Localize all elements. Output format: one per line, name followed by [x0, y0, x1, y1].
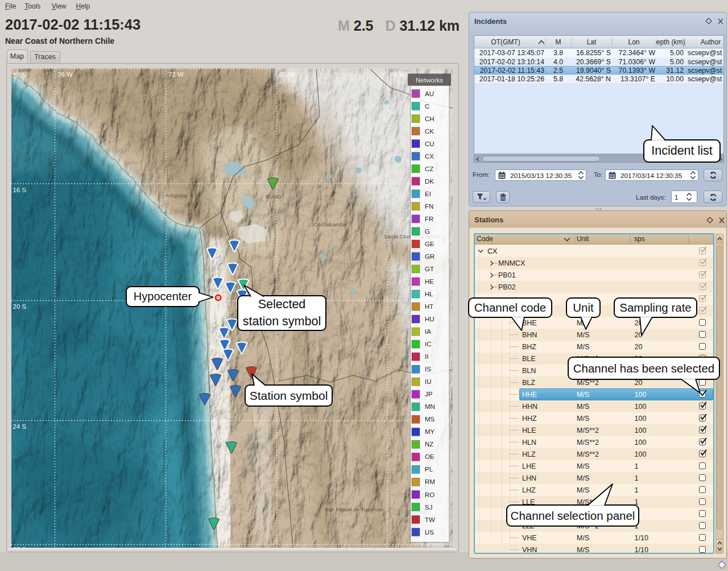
svg-text:El Alto: El Alto: [266, 193, 281, 200]
svg-text:HU: HU: [425, 316, 435, 322]
svg-text:76 W: 76 W: [57, 71, 73, 77]
svg-text:C: C: [425, 102, 429, 109]
svg-text:IC: IC: [425, 341, 432, 347]
svg-text:AU: AU: [425, 90, 434, 97]
svg-text:CX: CX: [425, 152, 434, 159]
svg-text:SJ: SJ: [425, 503, 432, 510]
svg-text:San Miguel de Tucumán: San Miguel de Tucumán: [325, 506, 383, 512]
svg-text:CK: CK: [425, 127, 434, 134]
svg-text:MY: MY: [425, 428, 435, 435]
svg-text:IA: IA: [425, 328, 431, 335]
svg-text:RO: RO: [425, 491, 435, 498]
svg-text:MN: MN: [425, 403, 435, 410]
svg-text:CZ: CZ: [425, 165, 433, 172]
svg-text:DK: DK: [425, 177, 434, 184]
svg-text:G: G: [425, 227, 430, 234]
svg-text:RM: RM: [425, 478, 435, 485]
svg-text:II: II: [425, 353, 428, 360]
svg-text:16 S: 16 S: [13, 186, 27, 193]
svg-text:IS: IS: [425, 366, 431, 373]
svg-text:Lima: Lima: [19, 68, 31, 73]
svg-text:Cochabamba: Cochabamba: [314, 221, 346, 227]
svg-text:CU: CU: [425, 140, 435, 147]
svg-text:FN: FN: [425, 202, 433, 209]
svg-text:20 S: 20 S: [13, 303, 27, 310]
svg-text:GR: GR: [425, 253, 435, 259]
svg-text:JP: JP: [425, 391, 433, 398]
svg-text:NZ: NZ: [425, 441, 433, 448]
svg-text:MS: MS: [425, 416, 435, 423]
svg-text:CH: CH: [425, 115, 435, 122]
svg-text:FR: FR: [425, 215, 433, 222]
svg-text:GE: GE: [425, 240, 435, 247]
svg-text:24 S: 24 S: [13, 423, 27, 430]
svg-text:28 S: 28 S: [13, 545, 27, 548]
svg-text:Networks: Networks: [416, 76, 443, 83]
svg-text:64 W: 64 W: [390, 71, 406, 77]
svg-text:HT: HT: [425, 303, 433, 310]
svg-text:OE: OE: [425, 453, 435, 460]
svg-text:PL: PL: [425, 466, 433, 473]
svg-text:GT: GT: [425, 265, 434, 272]
svg-text:TW: TW: [425, 516, 435, 523]
svg-text:HE: HE: [425, 278, 434, 285]
svg-text:EI: EI: [425, 190, 431, 197]
svg-text:72 W: 72 W: [168, 71, 184, 77]
svg-text:IU: IU: [425, 378, 432, 385]
svg-text:Arequipa: Arequipa: [165, 192, 187, 198]
svg-text:US: US: [425, 528, 434, 535]
svg-text:HL: HL: [425, 291, 433, 297]
svg-text:68 W: 68 W: [279, 71, 295, 77]
